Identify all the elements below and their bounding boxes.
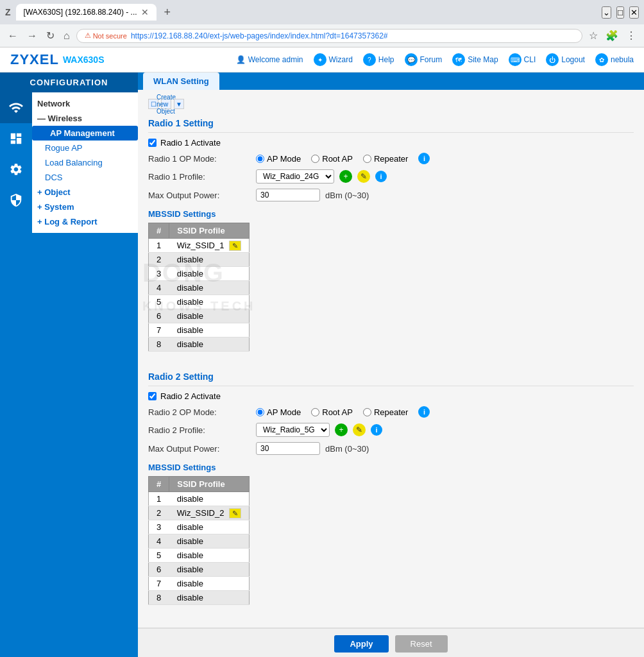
menu-icon[interactable]: ⋮ [623, 28, 639, 43]
sidebar-item-system[interactable]: + System [32, 200, 138, 214]
radio1-edit-profile-icon[interactable]: ✎ [357, 170, 370, 183]
cell-row-num: 6 [149, 309, 169, 323]
radio2-rootap-option[interactable]: Root AP [311, 407, 353, 417]
bookmark-icon[interactable]: ☆ [586, 28, 600, 43]
welcome-link[interactable]: 👤 Welcome admin [236, 55, 303, 64]
browser-titlebar: Z [WAX630S] (192.168.88.240) - ... ✕ + ⌄… [0, 0, 644, 24]
home-button[interactable]: ⌂ [61, 28, 72, 44]
cli-icon: ⌨ [509, 53, 521, 66]
radio1-opmode-info-icon[interactable]: i [418, 153, 430, 164]
radio2-activate-checkbox[interactable] [148, 392, 157, 400]
reset-button[interactable]: Reset [395, 635, 448, 653]
user-icon: 👤 [236, 55, 246, 64]
sidebar-icon-settings[interactable] [0, 154, 32, 185]
cell-row-num: 1 [149, 492, 169, 506]
radio2-power-input[interactable] [256, 442, 320, 455]
table-row: 2disable [149, 253, 250, 267]
radio1-repeater-radio[interactable] [363, 155, 371, 163]
radio2-edit-profile-icon[interactable]: ✎ [353, 423, 366, 436]
sidebar-icon-security[interactable] [0, 185, 32, 216]
radio2-mbssid-table: # SSID Profile 1disable2Wiz_SSID_2✎3disa… [148, 476, 250, 605]
sidebar-item-object[interactable]: + Object [32, 185, 138, 200]
cell-ssid-profile: disable [169, 577, 250, 591]
warning-icon: ⚠ [85, 31, 91, 40]
table-row: 6disable [149, 309, 250, 323]
wizard-link[interactable]: ✦ Wizard [314, 53, 353, 66]
help-link[interactable]: ? Help [363, 53, 394, 66]
radio2-add-profile-icon[interactable]: + [335, 423, 348, 436]
sidebar-item-network[interactable]: Network [32, 96, 138, 111]
forum-link[interactable]: 💬 Forum [405, 53, 443, 66]
radio1-add-profile-icon[interactable]: + [339, 170, 352, 183]
table-row: 8disable [149, 591, 250, 605]
radio1-power-input[interactable]: 30 [256, 189, 320, 201]
radio2-apmode-radio[interactable] [256, 408, 264, 416]
sidebar-header: CONFIGURATION [0, 73, 138, 92]
radio2-profile-select[interactable]: Wiz_Radio_5G [256, 423, 330, 437]
content-area: ☐ Create new Object ▼ Radio 1 Setting Ra… [138, 90, 644, 627]
sidebar-nav: Network — Wireless AP Management Rogue A… [32, 92, 138, 233]
close-button[interactable]: ✕ [629, 6, 639, 19]
apply-button[interactable]: Apply [334, 635, 388, 653]
table-row: 3disable [149, 520, 250, 534]
radio2-repeater-radio[interactable] [363, 408, 371, 416]
right-panel: WLAN Setting ☐ Create new Object ▼ Radio… [138, 73, 644, 657]
sidebar-item-log-report[interactable]: + Log & Report [32, 214, 138, 229]
radio1-apmode-radio[interactable] [256, 155, 264, 163]
cell-ssid-profile: disable [169, 520, 250, 534]
radio2-rootap-radio[interactable] [311, 408, 319, 416]
nebula-link[interactable]: ✿ nebula [595, 53, 634, 66]
ssid-edit-icon[interactable]: ✎ [229, 508, 241, 518]
refresh-button[interactable]: ↻ [44, 27, 57, 44]
minimize-button[interactable]: ⌄ [602, 6, 611, 19]
sidebar-item-rogue-ap[interactable]: Rogue AP [32, 141, 138, 155]
extensions-icon[interactable]: 🧩 [603, 28, 621, 43]
close-tab-icon[interactable]: ✕ [141, 7, 149, 17]
cell-ssid-profile: disable [169, 492, 250, 506]
ssid-edit-icon[interactable]: ✎ [229, 241, 241, 251]
radio1-mbssid-header: MBSSID Settings [148, 209, 634, 219]
radio1-activate-checkbox[interactable] [148, 139, 157, 147]
browser-tab[interactable]: [WAX630S] (192.168.88.240) - ... ✕ [16, 4, 157, 21]
sidebar-item-dcs[interactable]: DCS [32, 170, 138, 185]
radio1-repeater-option[interactable]: Repeater [363, 154, 408, 164]
address-bar[interactable]: ⚠ Not secure https://192.168.88.240/ext-… [76, 29, 582, 43]
maximize-button[interactable]: □ [616, 6, 624, 19]
radio2-repeater-option[interactable]: Repeater [363, 407, 408, 417]
new-tab-button[interactable]: + [162, 6, 174, 19]
radio1-profile-info-icon[interactable]: i [375, 171, 387, 182]
nebula-icon: ✿ [595, 53, 608, 66]
sidebar-item-load-balancing[interactable]: Load Balancing [32, 155, 138, 170]
cell-ssid-profile: disable [169, 323, 250, 337]
cell-ssid-profile[interactable]: Wiz_SSID_2✎ [169, 506, 250, 520]
radio1-profile-label: Radio 1 Profile: [148, 172, 251, 182]
cell-row-num: 4 [149, 281, 169, 295]
sidebar-item-ap-management[interactable]: AP Management [32, 126, 138, 141]
radio2-profile-info-icon[interactable]: i [371, 424, 382, 436]
create-object-bar[interactable]: ☐ Create new Object ▼ [148, 95, 634, 113]
cell-ssid-profile: disable [169, 281, 250, 295]
radio2-apmode-option[interactable]: AP Mode [256, 407, 301, 417]
sitemap-link[interactable]: 🗺 Site Map [452, 53, 498, 66]
cell-row-num: 8 [149, 337, 169, 352]
cell-ssid-profile[interactable]: Wiz_SSID_1✎ [169, 239, 250, 253]
radio2-opmode-row: Radio 2 OP Mode: AP Mode Root AP [148, 406, 634, 418]
cli-link[interactable]: ⌨ CLI [509, 53, 536, 66]
logout-link[interactable]: ⏻ Logout [546, 53, 585, 66]
forward-button[interactable]: → [24, 28, 40, 44]
table-row: 2Wiz_SSID_2✎ [149, 506, 250, 520]
radio1-opmode-row: Radio 1 OP Mode: AP Mode Root AP [148, 153, 634, 164]
radio2-activate-label: Radio 2 Activate [148, 391, 221, 401]
radio1-rootap-radio[interactable] [311, 155, 319, 163]
sitemap-icon: 🗺 [452, 53, 465, 66]
sidebar-icon-monitor[interactable] [0, 123, 32, 154]
wlan-setting-tab[interactable]: WLAN Setting [143, 73, 219, 90]
radio1-rootap-option[interactable]: Root AP [311, 154, 353, 164]
radio1-mbssid-table: # SSID Profile 1Wiz_SSID_1✎2disable3disa… [148, 223, 250, 352]
radio1-profile-select[interactable]: Wiz_Radio_24G [256, 169, 334, 183]
sidebar-icon-wireless[interactable] [0, 92, 32, 123]
sidebar-item-wireless[interactable]: — Wireless [32, 111, 138, 126]
back-button[interactable]: ← [5, 28, 21, 44]
radio2-opmode-info-icon[interactable]: i [418, 406, 430, 418]
radio1-apmode-option[interactable]: AP Mode [256, 154, 301, 164]
